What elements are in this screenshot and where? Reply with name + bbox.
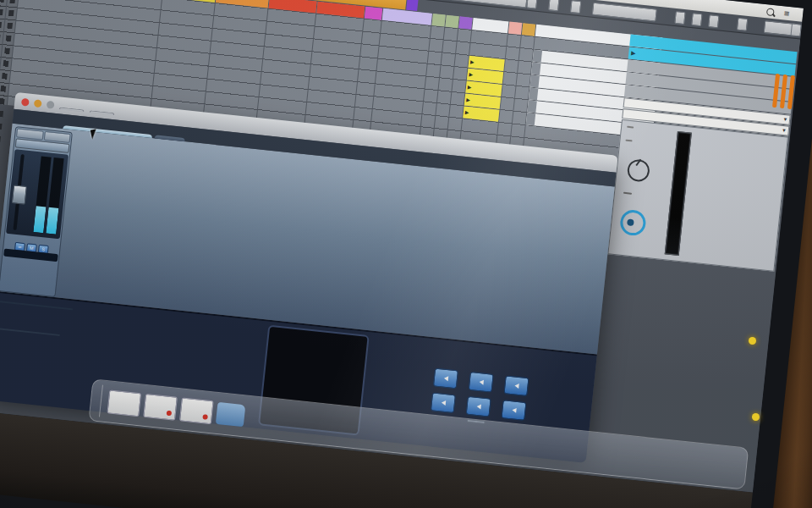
photo-background: ≡ — [0, 0, 812, 508]
spdif-routing-chip[interactable] — [0, 328, 60, 336]
draw-mode-icon[interactable] — [674, 11, 686, 25]
monitor-mute-button[interactable] — [433, 367, 458, 389]
master-fader-handle[interactable] — [12, 185, 27, 205]
track-color-chip[interactable] — [406, 0, 418, 11]
track-header[interactable] — [365, 7, 382, 20]
monitor-swap-button[interactable] — [501, 400, 526, 421]
key-map-button[interactable] — [708, 14, 720, 28]
master-mixer-section — [607, 119, 788, 272]
track-header[interactable] — [431, 14, 445, 26]
macbook-screen: ≡ — [0, 0, 804, 493]
minimized-window-thumb[interactable] — [107, 389, 141, 417]
midi-map-button[interactable] — [737, 18, 749, 31]
track-header[interactable] — [522, 23, 535, 36]
minimized-window-thumb[interactable] — [179, 397, 214, 424]
monitor-mute-right-button[interactable] — [466, 395, 491, 417]
master-value-2[interactable] — [625, 140, 632, 142]
pan-knob[interactable] — [627, 158, 651, 183]
minimize-icon[interactable] — [34, 99, 42, 108]
downloads-folder-icon[interactable] — [216, 402, 246, 427]
bezel-orange-sticker — [772, 74, 795, 109]
sync-source-value — [313, 340, 323, 340]
loop-icon[interactable] — [548, 0, 560, 11]
notification-center-icon[interactable]: ≡ — [783, 8, 789, 18]
mouse-cursor — [91, 129, 98, 139]
bezel-yellow-dot — [752, 413, 760, 421]
session-clip[interactable]: ▶ — [463, 106, 499, 121]
close-icon[interactable] — [21, 97, 30, 106]
master-level-meter[interactable] — [665, 131, 692, 256]
routing-preset-button[interactable] — [0, 301, 73, 310]
tab-abi[interactable] — [89, 110, 114, 115]
master-value-1[interactable] — [627, 126, 634, 129]
minimized-window-thumb[interactable] — [143, 394, 178, 421]
monitor-dim-button[interactable] — [469, 371, 494, 392]
macbook-laptop: ≡ — [0, 0, 812, 508]
punch-in-icon[interactable] — [526, 0, 538, 9]
monitor-control-grid — [431, 367, 528, 420]
spotlight-search-icon[interactable] — [765, 8, 774, 16]
cue-volume-knob[interactable] — [619, 209, 647, 237]
punch-out-icon[interactable] — [570, 0, 582, 14]
track-header[interactable] — [445, 15, 458, 28]
zoom-icon[interactable] — [47, 100, 55, 108]
master-scene-panel: ▶ ▾ ▾ — [607, 35, 797, 272]
track-header[interactable] — [508, 22, 522, 35]
master-fader-well — [6, 149, 69, 239]
tab-foh[interactable] — [59, 107, 85, 112]
overload-indicator — [790, 23, 802, 36]
track-header[interactable] — [458, 16, 472, 29]
follow-icon[interactable] — [691, 13, 703, 26]
monitor-mute-left-button[interactable] — [431, 392, 456, 413]
bezel-yellow-dot — [749, 337, 756, 345]
monitor-mono-button[interactable] — [503, 375, 529, 396]
master-output-strip: ∞ M S — [0, 126, 73, 297]
cue-button[interactable] — [623, 192, 632, 195]
dock-separator — [99, 385, 103, 417]
